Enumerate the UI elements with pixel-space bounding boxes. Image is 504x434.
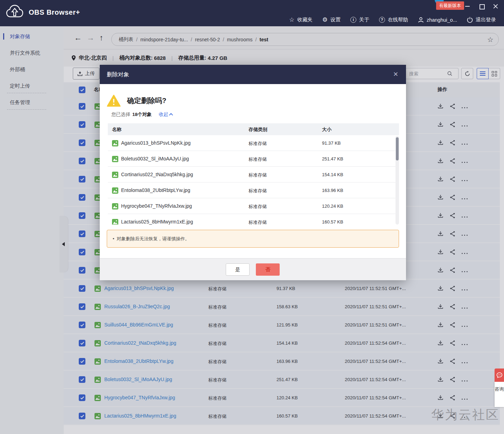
image-icon [112, 140, 118, 146]
image-icon [112, 172, 118, 178]
selected-count: 18个对象 [132, 111, 152, 118]
gear-icon: ⚙ [322, 17, 328, 23]
image-icon [112, 187, 118, 194]
warning-note: • 对象删除后无法恢复，请谨慎操作。 [107, 230, 399, 248]
dialog-title-bar: 删除对象 ✕ [100, 65, 406, 84]
object-size: 120.24 KB [322, 204, 343, 209]
storage-class: 标准存储 [248, 188, 267, 194]
object-size: 163.96 KB [322, 188, 343, 193]
list-size-header: 大小 [322, 126, 331, 133]
bullet: • [113, 236, 114, 241]
minimize-icon[interactable] [465, 4, 470, 9]
top-navigation: ☆ 收藏夹 ⚙ 设置 i 关于 ? 在线帮助 zhanghui_o... [286, 16, 499, 23]
chat-bubble-icon[interactable] [495, 368, 504, 382]
scrollbar-thumb[interactable] [396, 137, 399, 160]
object-name: Cortinarius022_tNaDxq5khkg.jpg [121, 172, 193, 177]
dialog-title: 删除对象 [107, 71, 129, 77]
dialog-close-icon[interactable]: ✕ [393, 65, 398, 84]
dialog-footer: 是 否 [100, 258, 406, 280]
list-item: Cortinarius022_tNaDxq5khkg.jpg 标准存储 154.… [108, 167, 399, 182]
object-name: Lactarius025_8bHMwyrm1xE.jpg [121, 219, 193, 225]
about-button[interactable]: i 关于 [347, 16, 372, 23]
app-title: OBS Browser+ [29, 8, 80, 16]
help-button[interactable]: ? 在线帮助 [376, 16, 411, 23]
favorites-label: 收藏夹 [297, 16, 313, 23]
about-label: 关于 [359, 16, 369, 23]
image-icon [112, 203, 118, 209]
list-item: Entoloma038_2UbtRbtpLYw.jpg 标准存储 163.96 … [108, 182, 399, 198]
account-label: zhanghui_o... [427, 17, 457, 23]
star-icon: ☆ [289, 17, 294, 23]
list-class-header: 存储类别 [248, 126, 267, 133]
confirm-yes-button[interactable]: 是 [226, 263, 250, 276]
object-size: 251.47 KB [322, 156, 343, 161]
storage-class: 标准存储 [248, 204, 267, 210]
list-item: Hygrocybe047_TNyRfvIaJxw.jpg 标准存储 120.24… [108, 198, 399, 214]
obs-cloud-logo-icon [6, 4, 24, 20]
settings-label: 设置 [330, 16, 341, 23]
watermark: 华为云社区 [431, 406, 499, 423]
chat-label[interactable]: 咨询 [495, 382, 504, 407]
settings-button[interactable]: ⚙ 设置 [319, 16, 344, 23]
window-controls [465, 4, 498, 9]
storage-class: 标准存储 [248, 219, 267, 225]
confirm-no-button[interactable]: 否 [256, 263, 280, 276]
update-badge[interactable]: 有最新版本 [436, 1, 464, 10]
power-icon [467, 17, 473, 23]
selection-summary: 您已选择 18个对象 收起 [111, 111, 173, 118]
storage-class: 标准存储 [248, 172, 267, 178]
selected-prefix: 您已选择 [111, 111, 130, 118]
storage-class: 标准存储 [248, 156, 267, 163]
logout-button[interactable]: 退出登录 [464, 16, 499, 23]
app-brand: OBS Browser+ [6, 4, 80, 20]
object-size: 160.57 KB [322, 219, 343, 225]
storage-class: 标准存储 [248, 140, 267, 147]
favorites-button[interactable]: ☆ 收藏夹 [286, 16, 316, 23]
object-name: Hygrocybe047_TNyRfvIaJxw.jpg [121, 203, 192, 209]
list-scrollbar [396, 136, 399, 225]
list-item: Lactarius025_8bHMwyrm1xE.jpg 标准存储 160.57… [108, 214, 399, 225]
user-icon [418, 17, 424, 23]
collapse-label: 收起 [159, 111, 168, 118]
close-icon[interactable] [493, 4, 498, 9]
image-icon [112, 219, 118, 225]
object-name: Agaricus013_bhSPsvLNpKk.jpg [121, 140, 190, 146]
collapse-list-link[interactable]: 收起 [159, 111, 173, 118]
warning-text: 对象删除后无法恢复，请谨慎操作。 [117, 236, 190, 242]
title-bar: OBS Browser+ 有最新版本 ☆ 收藏夹 ⚙ 设置 i 关于 ? 在线帮… [0, 0, 504, 26]
warning-triangle-icon [107, 95, 121, 107]
info-icon: i [350, 17, 356, 23]
maximize-icon[interactable] [479, 4, 484, 9]
list-rows: Agaricus013_bhSPsvLNpKk.jpg 标准存储 91.37 K… [108, 135, 399, 225]
list-item: Boletus0032_Sl_iMoAAJyU.jpg 标准存储 251.47 … [108, 151, 399, 167]
delete-dialog: 删除对象 ✕ 确定删除吗? 您已选择 18个对象 收起 名称 存储类别 大小 A… [100, 65, 406, 280]
object-name: Boletus0032_Sl_iMoAAJyU.jpg [121, 156, 189, 161]
object-size: 91.37 KB [322, 140, 341, 146]
logout-label: 退出登录 [476, 16, 496, 23]
help-label: 在线帮助 [388, 16, 408, 23]
object-name: Entoloma038_2UbtRbtpLYw.jpg [121, 187, 190, 193]
list-item: Agaricus013_bhSPsvLNpKk.jpg 标准存储 91.37 K… [108, 135, 399, 151]
chevron-up-icon [169, 113, 173, 117]
support-chat-widget[interactable]: 咨询 [495, 368, 504, 407]
object-size: 154.14 KB [322, 172, 343, 177]
question-icon: ? [379, 17, 385, 23]
confirm-question: 确定删除吗? [127, 96, 166, 105]
image-icon [112, 156, 118, 162]
account-button[interactable]: zhanghui_o... [415, 17, 460, 23]
list-name-header: 名称 [112, 126, 121, 133]
selected-objects-list: 名称 存储类别 大小 Agaricus013_bhSPsvLNpKk.jpg 标… [108, 123, 399, 225]
list-header: 名称 存储类别 大小 [108, 123, 399, 135]
